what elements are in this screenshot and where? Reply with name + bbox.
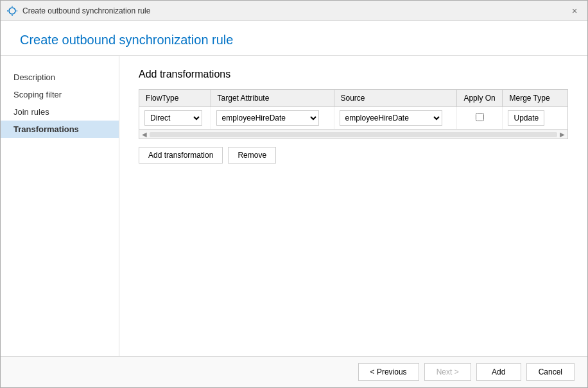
target-attribute-select[interactable]: employeeHireDate: [216, 110, 319, 126]
horizontal-scrollbar[interactable]: ◀ ▶: [139, 130, 567, 139]
title-bar-text: Create outbound synchronization rule: [22, 6, 150, 15]
col-flowtype: FlowType: [139, 90, 211, 107]
close-button[interactable]: ×: [568, 4, 581, 17]
sidebar-item-scoping-filter[interactable]: Scoping filter: [1, 86, 119, 103]
scroll-left-arrow[interactable]: ◀: [142, 131, 147, 138]
section-title: Add transformations: [139, 69, 568, 80]
dialog-window: Create outbound synchronization rule × C…: [0, 0, 588, 388]
transformations-table-wrapper: FlowType Target Attribute Source Apply O…: [139, 89, 568, 139]
sidebar: Description Scoping filter Join rules Tr…: [1, 56, 119, 356]
dialog-header: Create outbound synchronization rule: [1, 21, 587, 56]
page-title: Create outbound synchronization rule: [20, 33, 568, 47]
merge-type-button[interactable]: Update: [508, 110, 544, 126]
dialog-body: Description Scoping filter Join rules Tr…: [1, 56, 587, 356]
cell-target-attribute: employeeHireDate: [211, 107, 334, 130]
svg-point-0: [9, 8, 15, 14]
table-row: Direct Expression Constant employeeHireD…: [139, 107, 567, 130]
cancel-button[interactable]: Cancel: [526, 363, 575, 381]
transformation-buttons: Add transformation Remove: [139, 147, 568, 164]
cell-source: employeeHireDate: [334, 107, 457, 130]
table-header-row: FlowType Target Attribute Source Apply O…: [139, 90, 567, 107]
scroll-track[interactable]: [150, 132, 557, 137]
next-button[interactable]: Next >: [424, 363, 471, 381]
title-bar-left: Create outbound synchronization rule: [7, 6, 150, 16]
add-transformation-button[interactable]: Add transformation: [139, 147, 223, 164]
scroll-right-arrow[interactable]: ▶: [560, 131, 565, 138]
apply-once-checkbox[interactable]: [476, 113, 484, 121]
sidebar-item-description[interactable]: Description: [1, 69, 119, 86]
add-button[interactable]: Add: [476, 363, 521, 381]
source-select[interactable]: employeeHireDate: [340, 110, 442, 126]
col-apply-once: Apply On: [457, 90, 503, 107]
sidebar-item-transformations[interactable]: Transformations: [1, 121, 119, 138]
dialog-footer: < Previous Next > Add Cancel: [1, 356, 587, 387]
app-icon: [7, 6, 17, 16]
title-bar: Create outbound synchronization rule ×: [1, 1, 587, 21]
transformations-table: FlowType Target Attribute Source Apply O…: [139, 90, 567, 130]
cell-merge-type: Update: [503, 107, 567, 130]
cell-flowtype: Direct Expression Constant: [139, 107, 211, 130]
col-merge-type: Merge Type: [503, 90, 567, 107]
flowtype-select[interactable]: Direct Expression Constant: [144, 110, 202, 126]
table-scroll: FlowType Target Attribute Source Apply O…: [139, 90, 567, 130]
main-content: Add transformations FlowType Target Attr…: [119, 56, 587, 356]
previous-button[interactable]: < Previous: [358, 363, 419, 381]
col-source: Source: [334, 90, 457, 107]
cell-apply-once: [457, 107, 503, 130]
col-target-attribute: Target Attribute: [211, 90, 334, 107]
sidebar-item-join-rules[interactable]: Join rules: [1, 103, 119, 121]
remove-button[interactable]: Remove: [228, 147, 276, 164]
